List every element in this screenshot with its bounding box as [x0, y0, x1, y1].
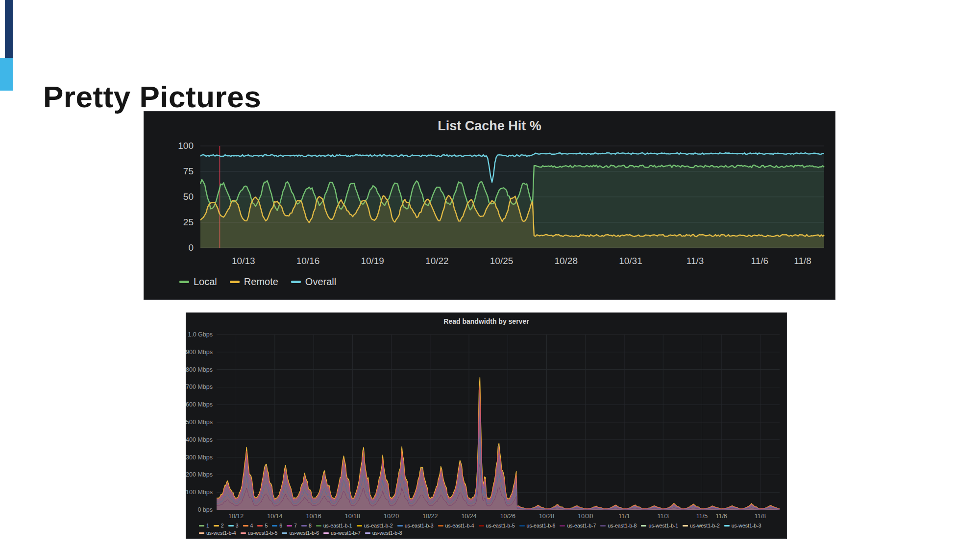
bandwidth-chart-canvas[interactable]: 1.0 Gbps900 Mbps800 Mbps700 Mbps600 Mbps…: [186, 313, 786, 538]
legend-label: us-east1-b-2: [364, 523, 393, 528]
legend-item-6[interactable]: 6: [272, 523, 282, 528]
x-axis-tick-label: 10/12: [228, 513, 244, 520]
legend-item-8[interactable]: 8: [301, 523, 312, 528]
legend-item-us-west1-b-5[interactable]: us-west1-b-5: [241, 530, 278, 536]
legend-label: Local: [194, 276, 217, 287]
legend-item-4[interactable]: 4: [243, 523, 253, 528]
y-axis-tick-label: 0: [188, 242, 194, 253]
cache-hit-legend: LocalRemoteOverall: [179, 276, 336, 287]
x-axis-tick-label: 10/16: [306, 513, 321, 520]
legend-color-marker: [323, 532, 329, 534]
legend-item-us-east1-b-8[interactable]: us-east1-b-8: [600, 523, 637, 528]
cache-hit-chart-canvas[interactable]: 025507510010/1310/1610/1910/2210/2510/28…: [144, 112, 835, 299]
legend-color-marker: [241, 532, 246, 534]
legend-color-marker: [282, 532, 287, 534]
legend-item-us-west1-b-4[interactable]: us-west1-b-4: [199, 530, 236, 536]
bandwidth-panel: Read bandwidth by server 1.0 Gbps900 Mbp…: [186, 312, 787, 539]
legend-color-marker: [179, 281, 189, 283]
legend-color-marker: [365, 532, 370, 534]
x-axis-tick-label: 10/30: [578, 513, 593, 520]
legend-color-marker: [257, 525, 263, 527]
legend-color-marker: [316, 525, 321, 527]
legend-label: Overall: [305, 276, 336, 287]
legend-color-marker: [683, 525, 688, 527]
legend-color-marker: [479, 525, 484, 527]
x-axis-tick-label: 10/24: [461, 513, 476, 520]
legend-label: us-west1-b-3: [732, 523, 761, 528]
x-axis-tick-label: 10/13: [232, 256, 255, 266]
legend-color-marker: [243, 525, 248, 527]
legend-color-marker: [438, 525, 443, 527]
y-axis-tick-label: 400 Mbps: [186, 436, 213, 443]
legend-item-us-west1-b-6[interactable]: us-west1-b-6: [282, 530, 319, 536]
legend-label: us-west1-b-8: [372, 530, 402, 536]
y-axis-tick-label: 700 Mbps: [186, 383, 213, 390]
legend-label: 6: [279, 523, 282, 528]
x-axis-tick-label: 11/6: [715, 513, 727, 520]
area-chart-svg[interactable]: 1.0 Gbps900 Mbps800 Mbps700 Mbps600 Mbps…: [186, 313, 786, 538]
legend-item-us-east1-b-2[interactable]: us-east1-b-2: [357, 523, 393, 528]
legend-label: us-east1-b-7: [567, 523, 596, 528]
series-fill-overall: [200, 153, 824, 248]
legend-color-marker: [724, 525, 730, 527]
legend-color-marker: [228, 525, 234, 527]
legend-item-us-east1-b-1[interactable]: us-east1-b-1: [316, 523, 352, 528]
legend-label: 7: [294, 523, 297, 528]
x-axis-tick-label: 10/14: [267, 513, 282, 520]
x-axis-tick-label: 10/18: [345, 513, 360, 520]
x-axis-tick-label: 10/31: [619, 256, 642, 266]
legend-item-remote[interactable]: Remote: [230, 276, 278, 287]
legend-label: us-east1-b-6: [527, 523, 556, 528]
legend-label: 4: [250, 523, 253, 528]
y-axis-tick-label: 200 Mbps: [186, 471, 213, 478]
legend-item-local[interactable]: Local: [179, 276, 217, 287]
legend-item-us-east1-b-7[interactable]: us-east1-b-7: [560, 523, 596, 528]
x-axis-tick-label: 11/5: [696, 513, 708, 520]
legend-item-1[interactable]: 1: [199, 523, 209, 528]
legend-item-7[interactable]: 7: [287, 523, 297, 528]
x-axis-tick-label: 11/6: [751, 256, 769, 266]
legend-item-5[interactable]: 5: [257, 523, 268, 528]
legend-item-us-west1-b-8[interactable]: us-west1-b-8: [365, 530, 402, 536]
legend-item-2[interactable]: 2: [214, 523, 224, 528]
x-axis-tick-label: 11/8: [755, 513, 766, 520]
legend-label: 2: [221, 523, 224, 528]
legend-label: us-west1-b-2: [690, 523, 720, 528]
x-axis-tick-label: 10/26: [500, 513, 515, 520]
x-axis-tick-label: 11/3: [686, 256, 704, 266]
y-axis-tick-label: 100: [178, 141, 194, 151]
y-axis-tick-label: 50: [183, 192, 194, 202]
legend-item-us-east1-b-4[interactable]: us-east1-b-4: [438, 523, 474, 528]
legend-color-marker: [214, 525, 219, 527]
line-chart-svg[interactable]: 025507510010/1310/1610/1910/2210/2510/28…: [144, 112, 835, 299]
y-axis-tick-label: 800 Mbps: [186, 366, 213, 373]
legend-item-us-east1-b-3[interactable]: us-east1-b-3: [397, 523, 434, 528]
legend-label: us-west1-b-6: [289, 530, 319, 536]
cache-hit-panel: List Cache Hit % 025507510010/1310/1610/…: [144, 111, 835, 300]
legend-item-3[interactable]: 3: [228, 523, 239, 528]
bandwidth-legend: 12345678us-east1-b-1us-east1-b-2us-east1…: [199, 523, 781, 536]
legend-color-marker: [301, 525, 307, 527]
legend-label: us-west1-b-4: [206, 530, 236, 536]
legend-item-us-west1-b-2[interactable]: us-west1-b-2: [683, 523, 720, 528]
y-axis-tick-label: 1.0 Gbps: [188, 331, 213, 338]
legend-item-us-west1-b-1[interactable]: us-west1-b-1: [641, 523, 678, 528]
x-axis-tick-label: 10/28: [539, 513, 554, 520]
legend-label: us-west1-b-1: [648, 523, 678, 528]
legend-label: 1: [206, 523, 209, 528]
legend-color-marker: [199, 525, 204, 527]
legend-color-marker: [291, 281, 301, 283]
legend-label: us-east1-b-1: [323, 523, 352, 528]
x-axis-tick-label: 10/28: [554, 256, 578, 266]
legend-item-us-east1-b-5[interactable]: us-east1-b-5: [479, 523, 515, 528]
x-axis-tick-label: 10/25: [490, 256, 514, 266]
legend-color-marker: [357, 525, 362, 527]
legend-label: us-east1-b-8: [608, 523, 637, 528]
legend-item-overall[interactable]: Overall: [291, 276, 336, 287]
legend-color-marker: [287, 525, 292, 527]
x-axis-tick-label: 11/1: [618, 513, 630, 520]
legend-item-us-west1-b-7[interactable]: us-west1-b-7: [323, 530, 361, 536]
legend-item-us-east1-b-6[interactable]: us-east1-b-6: [519, 523, 556, 528]
legend-color-marker: [230, 281, 240, 283]
legend-item-us-west1-b-3[interactable]: us-west1-b-3: [724, 523, 761, 528]
